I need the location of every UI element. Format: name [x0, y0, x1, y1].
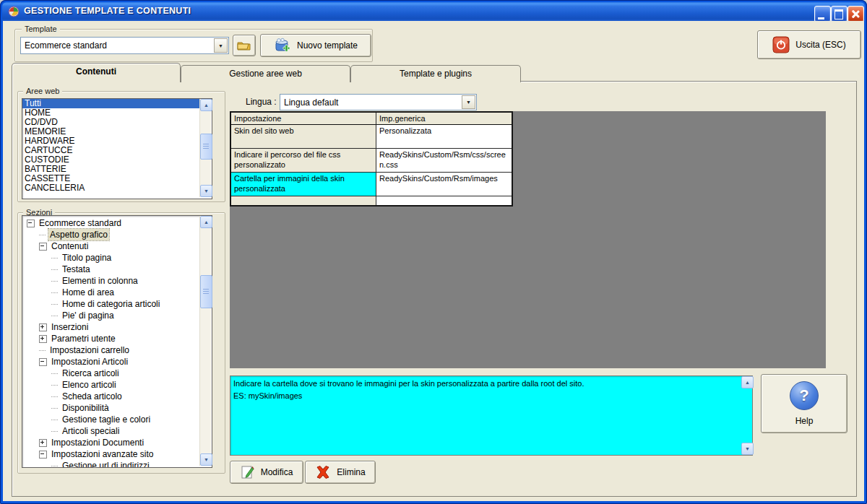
tab-gestione-aree-web[interactable]: Gestione aree web	[181, 65, 350, 82]
plus-expander-icon[interactable]	[39, 439, 47, 447]
scroll-up-icon[interactable]: ▲	[200, 99, 212, 111]
settings-table-header: Impostazione Imp.generica	[231, 113, 512, 125]
edit-pencil-icon	[241, 465, 255, 479]
settings-row-skin-del-sito-web[interactable]: Skin del sito webPersonalizzata	[231, 125, 512, 149]
tree-item-label: Disponibilità	[61, 402, 111, 414]
settings-table-empty-row	[231, 196, 512, 205]
tree-connector	[51, 390, 58, 397]
settings-table: Impostazione Imp.generica Skin del sito …	[230, 111, 513, 207]
tree-item-inserzioni[interactable]: Inserzioni	[22, 321, 212, 333]
tree-item-home-di-area[interactable]: Home di area	[22, 287, 212, 298]
tree-item-titolo-pagina[interactable]: Titolo pagina	[22, 252, 212, 264]
chevron-down-icon[interactable]: ▼	[462, 95, 475, 109]
list-item-tutti[interactable]: Tutti	[22, 99, 212, 108]
exit-button[interactable]: Uscita (ESC)	[757, 30, 861, 59]
tree-connector	[51, 263, 58, 270]
tree-item-impostazioni-carrello[interactable]: Impostazioni carrello	[22, 344, 212, 356]
tree-item-impostazioni-articoli[interactable]: Impostazioni Articoli	[22, 356, 212, 368]
close-button[interactable]	[847, 6, 864, 22]
template-combobox[interactable]: Ecommerce standard ▼	[20, 37, 229, 54]
scroll-down-icon[interactable]: ▼	[741, 443, 754, 455]
plus-expander-icon[interactable]	[39, 323, 47, 331]
tree-item-home-di-categoria-articoli[interactable]: Home di categoria articoli	[22, 298, 212, 310]
scroll-down-icon[interactable]: ▼	[200, 453, 212, 466]
tree-connector	[51, 413, 58, 420]
aree-web-group-label: Aree web	[23, 87, 62, 95]
elimina-button[interactable]: Elimina	[305, 461, 376, 484]
aree-web-listbox[interactable]: TuttiHOMECD/DVDMEMORIEHARDWARECARTUCCECU…	[22, 98, 212, 199]
plus-expander-icon[interactable]	[39, 335, 47, 343]
setting-value-cell[interactable]: ReadySkins/Custom/Rsm/images	[376, 173, 512, 196]
tree-connector	[51, 378, 58, 386]
tree-item-ricerca-articoli[interactable]: Ricerca articoli	[22, 368, 212, 379]
tree-connector	[51, 401, 58, 409]
tab-template-e-plugins[interactable]: Template e plugins	[350, 65, 521, 82]
settings-row-cartella-per-immagini-della-skin-personalizzata[interactable]: Cartella per immagini della skin persona…	[231, 173, 512, 196]
tree-item-label: Contenuti	[50, 240, 90, 252]
tree-item-label: Impostazioni Articoli	[50, 356, 129, 368]
aree-web-scrollbar[interactable]: ▲ ▼	[199, 99, 211, 197]
tree-item-elementi-in-colonna[interactable]: Elementi in colonna	[22, 275, 212, 287]
tree-item-gestione-url-di-indirizzi[interactable]: Gestione url di indirizzi	[22, 460, 212, 468]
tree-item-articoli-speciali[interactable]: Articoli speciali	[22, 425, 212, 437]
minus-expander-icon[interactable]	[39, 358, 47, 366]
tree-item-pie-di-pagina[interactable]: Pie' di pagina	[22, 310, 212, 321]
tree-item-label: Scheda articolo	[61, 391, 124, 402]
tree-connector	[51, 459, 58, 466]
modifica-button[interactable]: Modifica	[230, 461, 303, 484]
setting-name-cell[interactable]: Skin del sito web	[231, 125, 376, 149]
tree-item-impostazioni-documenti[interactable]: Impostazioni Documenti	[22, 437, 212, 448]
scroll-up-icon[interactable]: ▲	[741, 376, 754, 388]
tree-item-contenuti[interactable]: Contenuti	[22, 240, 212, 252]
power-icon	[772, 36, 790, 53]
tree-item-label: Titolo pagina	[61, 252, 113, 264]
settings-row-indicare-il-percorso-del-file-css-personalizzato[interactable]: Indicare il percorso del file css person…	[231, 149, 512, 173]
chevron-down-icon[interactable]: ▼	[214, 38, 228, 53]
template-group-label: Template	[22, 25, 60, 33]
list-item-cancelleria[interactable]: CANCELLERIA	[22, 183, 212, 193]
maximize-button[interactable]	[831, 6, 847, 22]
tree-item-testata[interactable]: Testata	[22, 264, 212, 275]
minus-expander-icon[interactable]	[39, 243, 47, 251]
tree-item-elenco-articoli[interactable]: Elenco articoli	[22, 379, 212, 391]
tree-connector	[51, 297, 58, 305]
new-template-label: Nuovo template	[297, 40, 358, 51]
tree-item-label: Parametri utente	[50, 333, 117, 344]
setting-name-cell[interactable]: Indicare il percorso del file css person…	[231, 149, 376, 173]
scroll-down-icon[interactable]: ▼	[200, 185, 212, 197]
tree-item-parametri-utente[interactable]: Parametri utente	[22, 333, 212, 344]
description-scrollbar[interactable]: ▲ ▼	[741, 376, 752, 455]
tree-connector	[51, 274, 58, 282]
tree-connector	[51, 286, 58, 293]
modifica-label: Modifica	[261, 467, 293, 477]
help-icon: ?	[790, 381, 819, 410]
minus-expander-icon[interactable]	[39, 451, 47, 459]
scrollbar-thumb[interactable]	[200, 134, 212, 160]
new-template-button[interactable]: Nuovo template	[260, 34, 371, 57]
tree-item-scheda-articolo[interactable]: Scheda articolo	[22, 391, 212, 402]
tree-item-label: Aspetto grafico	[48, 229, 109, 240]
help-button[interactable]: ? Help	[761, 374, 847, 433]
scrollbar-thumb[interactable]	[200, 275, 212, 308]
tree-item-ecommerce-standard[interactable]: Ecommerce standard	[22, 217, 212, 229]
lingua-combobox[interactable]: Lingua default ▼	[280, 94, 477, 110]
tree-item-gestione-taglie-e-colori[interactable]: Gestione taglie e colori	[22, 414, 212, 425]
open-folder-button[interactable]	[233, 35, 256, 56]
tree-item-impostazioni-avanzate-sito[interactable]: Impostazioni avanzate sito	[22, 448, 212, 460]
minimize-button[interactable]	[814, 6, 831, 22]
setting-name-cell[interactable]: Cartella per immagini della skin persona…	[231, 173, 376, 196]
setting-value-cell[interactable]: Personalizzata	[376, 125, 512, 149]
scroll-up-icon[interactable]: ▲	[200, 216, 212, 228]
sezioni-treeview[interactable]: Ecommerce standardAspetto graficoContenu…	[22, 215, 212, 468]
sezioni-scrollbar[interactable]: ▲ ▼	[199, 216, 211, 466]
tree-item-label: Pie' di pagina	[61, 310, 116, 321]
tree-item-aspetto-grafico[interactable]: Aspetto grafico	[22, 229, 212, 240]
tree-item-label: Elementi in colonna	[61, 275, 139, 287]
help-label: Help	[795, 416, 814, 426]
tree-item-disponibilit[interactable]: Disponibilità	[22, 402, 212, 414]
tree-item-label: Ricerca articoli	[61, 368, 121, 379]
tab-contenuti[interactable]: Contenuti	[12, 63, 181, 82]
setting-value-cell[interactable]: ReadySkins/Custom/Rsm/css/screen.css	[376, 149, 512, 173]
setting-description-box[interactable]: Indicare la cartella dove si trovano le …	[230, 375, 753, 456]
minus-expander-icon[interactable]	[27, 220, 35, 227]
